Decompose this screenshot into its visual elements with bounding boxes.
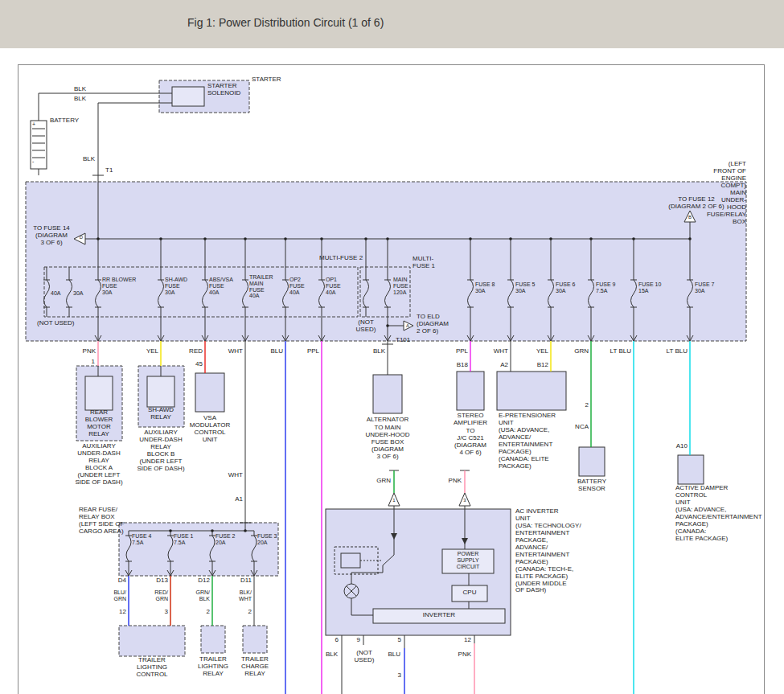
fuse-abs-vsa-label: ABS/VSA FUSE 40A: [209, 277, 233, 295]
wire-label-ppl-2: PPL: [456, 348, 468, 355]
e-pretensioner-box: [497, 372, 566, 410]
inverter-pin-12: 12: [464, 637, 471, 644]
fusebox-location-label: (LEFT FRONT OF ENGINE COMPT) MAIN UNDER-…: [707, 161, 746, 226]
fuse-10-label: FUSE 10 15A: [638, 281, 661, 294]
wire-label-yel-2: YEL: [536, 348, 548, 355]
trailer-lighting-control-label: TRAILER LIGHTING CONTROL: [136, 657, 167, 679]
to-fuse-14-label: TO FUSE 14 (DIAGRAM 3 OF 6): [33, 225, 70, 247]
label-blk-t1: BLK: [83, 156, 95, 163]
fuse-op1-label: OP1 FUSE 40A: [326, 277, 341, 295]
connector-b-letter: B: [688, 215, 692, 220]
fuse-7-label: FUSE 7 30A: [695, 281, 715, 294]
fuse-rr-blower-label: RR BLOWER FUSE 30A: [102, 277, 136, 295]
inverter-label: INVERTER: [423, 612, 455, 619]
rear-pin-3: 3: [165, 609, 168, 616]
component-boxes: [26, 80, 746, 656]
screenshot-root: Fig 1: Power Distribution Circuit (1 of …: [0, 0, 784, 694]
wire-label-blu-grn: BLU/ GRN: [113, 589, 126, 602]
fuse-9-label: FUSE 9 7.5A: [596, 281, 616, 294]
battery-label: BATTERY: [50, 117, 79, 125]
shawd-relay-inner: [147, 376, 174, 407]
inverter-wire-blu: BLU: [388, 651, 400, 659]
terminal-d12: D12: [198, 577, 210, 585]
fuse-8-label: FUSE 8 30A: [475, 281, 495, 294]
epret-name: E-PRETENSIONER UNIT (USA: ADVANCE, ADVAN…: [499, 413, 556, 470]
battery-minus-sign: -: [32, 158, 34, 165]
damper-name: ACTIVE DAMPER CONTROL UNIT (USA: ADVANCE…: [675, 485, 762, 543]
trailer-lighting-control-box: [119, 626, 185, 656]
main-fuse-label: MAIN FUSE 120A: [393, 277, 408, 295]
to-eld-label: TO ELD (DIAGRAM 2 OF 6): [417, 314, 449, 335]
cpu-label: CPU: [463, 589, 477, 597]
vsa-modulator-box: [195, 373, 224, 412]
inverter-grn-label: GRN: [376, 478, 391, 485]
wire-label-yel: YEL: [146, 348, 158, 355]
wire-label-red-grn: RED/ GRN: [154, 589, 168, 602]
label-blk-top-2: BLK: [74, 96, 86, 103]
inverter-wire-pnk: PNK: [458, 651, 471, 659]
wire-label-blk: BLK: [373, 348, 385, 355]
rear-a1-label: A1: [235, 496, 243, 503]
rear-fuse-2-label: FUSE 2 20A: [215, 533, 236, 546]
battery-plus-sign: +: [32, 121, 35, 128]
starter-label: STARTER: [252, 76, 281, 84]
vsa-name: VSA MODULATOR CONTROL UNIT: [190, 415, 230, 444]
rear-fuse-1-label: FUSE 1 7.5A: [174, 533, 194, 546]
terminal-d4: D4: [118, 577, 126, 585]
connector-3-number: 3: [463, 498, 466, 503]
terminal-t101-label: T101: [396, 337, 410, 344]
rear-box-name: REAR FUSE/ RELAY BOX (LEFT SIDE OF CARGO…: [79, 507, 124, 536]
fuse-op2-label: OP2 FUSE 40A: [289, 277, 305, 295]
not-used-label: (NOT USED): [37, 320, 75, 327]
rear-fuse-3-label: FUSE 3 20A: [257, 533, 277, 546]
starter-solenoid-label: STARTER SOLENOID: [207, 83, 240, 97]
terminal-d13: D13: [156, 577, 168, 585]
inverter-pin-9: 9: [357, 637, 360, 644]
wire-label-red: RED: [189, 348, 203, 355]
not-used-mf1-label: (NOT USED): [356, 319, 376, 334]
stereo-name: STEREO AMPLIFIER: [454, 413, 487, 427]
battery-sensor-nca: NCA: [575, 424, 589, 431]
multi-fuse-2-label: MULTI-FUSE 2: [319, 255, 363, 262]
fuse-30a-label: 30A: [73, 290, 83, 297]
rear-wht-label: WHT: [228, 472, 243, 479]
wire-label-wht-2: WHT: [494, 348, 508, 355]
shawd-sub: AUXILIARY UNDER-DASH RELAY BLOCK B (UNDE…: [137, 429, 184, 473]
inverter-pin-5: 5: [398, 637, 401, 644]
fuse-5-label: FUSE 5 30A: [515, 281, 536, 294]
fuse-trailer-main-label: TRAILER MAIN FUSE 40A: [249, 274, 273, 299]
connector-a-letter: A: [406, 323, 409, 328]
rear-blower-sub: AUXILIARY UNDER-DASH RELAY BLOCK A (UNDE…: [75, 443, 122, 487]
fuse-40a-label: 40A: [51, 290, 60, 297]
trailer-charge-relay-box: [243, 626, 267, 653]
rear-fuse-4-label: FUSE 4 7.5A: [132, 533, 152, 546]
trailer-lighting-relay-box: [201, 626, 225, 653]
multi-fuse-1-label: MULTI- FUSE 1: [413, 256, 435, 270]
rear-blower-pin: 1: [92, 359, 95, 366]
terminal-t1-label: T1: [105, 167, 113, 175]
label-blk-top-1: BLK: [74, 86, 86, 93]
connector-1-number: 1: [392, 498, 395, 503]
wire-label-ppl: PPL: [307, 348, 319, 355]
rear-pin-2b: 2: [248, 609, 252, 616]
wire-label-wht: WHT: [228, 348, 243, 355]
fuse-shawd-label: SH-AWD FUSE 30A: [165, 277, 187, 295]
stereo-amplifier-box: [457, 372, 484, 410]
stereo-sub: TO J/C C521 (DIAGRAM 4 OF 6): [454, 428, 486, 457]
epret-pin-a2: A2: [500, 362, 508, 369]
alternator-name: ALTERNATOR: [367, 417, 408, 424]
wire-label-grn: GRN: [574, 348, 589, 355]
rear-pin-12: 12: [119, 609, 126, 616]
rear-blower-relay-inner: [85, 376, 113, 410]
wire-label-ltblu-2: LT BLU: [667, 348, 688, 355]
connector-d-letter: D: [80, 235, 83, 240]
wire-label-blu: BLU: [270, 348, 283, 355]
starter-solenoid-inner: [172, 87, 204, 106]
epret-pin-b12: B12: [537, 362, 548, 369]
damper-pin-a10: A10: [676, 443, 688, 450]
trailer-charge-relay-label: TRAILER CHARGE RELAY: [241, 656, 269, 678]
vsa-pin: 45: [195, 361, 203, 368]
fuse-6-label: FUSE 6 30A: [556, 281, 576, 294]
shawd-name: SH-AWD RELAY: [148, 407, 174, 421]
stereo-pin: B18: [457, 362, 468, 369]
